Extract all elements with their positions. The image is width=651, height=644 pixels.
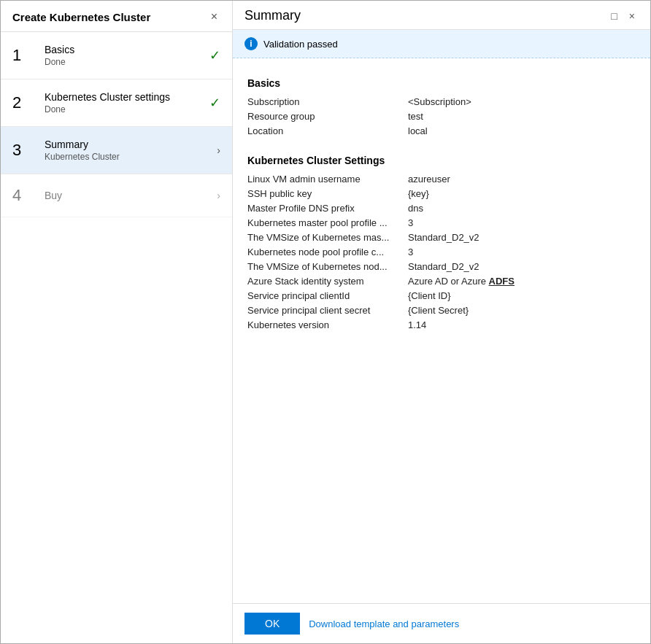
k8s-value-2: dns [408,203,423,214]
k8s-value-9: {Client Secret} [408,305,469,316]
k8s-value-8: {Client ID} [408,290,451,301]
k8s-value-1: {key} [408,188,429,199]
right-close-button[interactable]: × [625,9,639,23]
maximize-button[interactable]: □ [607,9,620,23]
k8s-label-5: Kubernetes node pool profile c... [247,247,408,257]
basics-value-0: <Subscription> [408,96,471,107]
ok-button[interactable]: OK [244,613,300,635]
step-item-4: 4Buy› [1,174,232,217]
steps-list: 1BasicsDone✓2Kubernetes Cluster settings… [1,32,232,643]
k8s-row-9: Service principal client secret{Client S… [247,305,636,316]
k8s-row-3: Kubernetes master pool profile ...3 [247,217,636,228]
k8s-row-5: Kubernetes node pool profile c...3 [247,247,636,257]
k8s-row-0: Linux VM admin usernameazureuser [247,174,636,185]
k8s-label-6: The VMSize of Kubernetes nod... [247,261,408,272]
k8s-rows: Linux VM admin usernameazureuserSSH publ… [247,174,636,330]
basics-row-0: Subscription<Subscription> [247,96,636,107]
step-item-3[interactable]: 3SummaryKubernetes Cluster› [1,127,232,174]
step-info-4: Buy [45,190,211,201]
basics-heading: Basics [247,77,636,89]
step-number-4: 4 [12,186,36,205]
k8s-label-4: The VMSize of Kubernetes mas... [247,232,408,243]
summary-content: Basics Subscription<Subscription>Resourc… [233,58,650,603]
info-icon: i [244,37,258,50]
step-item-2[interactable]: 2Kubernetes Cluster settingsDone✓ [1,79,232,127]
k8s-label-7: Azure Stack identity system [247,276,408,287]
download-link[interactable]: Download template and parameters [309,618,459,629]
step-name-4: Buy [45,190,211,201]
k8s-value-3: 3 [408,217,413,228]
dialog-close-button[interactable]: × [208,9,220,24]
footer: OK Download template and parameters [233,603,650,643]
k8s-row-8: Service principal clientId{Client ID} [247,290,636,301]
left-header: Create Kubernetes Cluster × [1,1,232,32]
k8s-row-10: Kubernetes version1.14 [247,319,636,330]
k8s-value-6: Standard_D2_v2 [408,261,479,272]
k8s-label-2: Master Profile DNS prefix [247,203,408,214]
step-number-1: 1 [12,46,36,65]
k8s-value-7: Azure AD or Azure ADFS [408,276,515,287]
step-checkmark-1: ✓ [209,47,220,63]
step-info-3: SummaryKubernetes Cluster [45,139,211,162]
basics-value-2: local [408,125,428,136]
basics-row-1: Resource grouptest [247,111,636,122]
k8s-heading: Kubernetes Cluster Settings [247,155,636,166]
k8s-label-3: Kubernetes master pool profile ... [247,217,408,228]
k8s-label-9: Service principal client secret [247,305,408,316]
k8s-row-7: Azure Stack identity systemAzure AD or A… [247,276,636,287]
basics-label-0: Subscription [247,96,408,107]
basics-label-2: Location [247,125,408,136]
basics-value-1: test [408,111,423,122]
step-info-1: BasicsDone [45,44,204,67]
k8s-value-0: azureuser [408,174,450,185]
k8s-row-2: Master Profile DNS prefixdns [247,203,636,214]
step-info-2: Kubernetes Cluster settingsDone [45,91,204,115]
step-name-1: Basics [45,44,204,55]
step-name-3: Summary [45,139,211,150]
right-header: Summary □ × [233,1,650,30]
validation-text: Validation passed [263,39,338,50]
k8s-row-4: The VMSize of Kubernetes mas...Standard_… [247,232,636,243]
step-sub-3: Kubernetes Cluster [45,152,211,162]
k8s-label-8: Service principal clientId [247,290,408,301]
validation-bar: i Validation passed [233,30,650,58]
right-panel: Summary □ × i Validation passed Basics S… [233,1,650,643]
basics-label-1: Resource group [247,111,408,122]
step-checkmark-2: ✓ [209,95,220,111]
step-name-2: Kubernetes Cluster settings [45,91,204,103]
basics-rows: Subscription<Subscription>Resource group… [247,96,636,136]
step-sub-1: Done [45,57,204,67]
step-chevron-3: › [217,144,220,156]
step-item-1[interactable]: 1BasicsDone✓ [1,32,232,79]
right-panel-title: Summary [244,8,301,23]
header-buttons: □ × [607,9,639,23]
k8s-label-10: Kubernetes version [247,319,408,330]
basics-row-2: Locationlocal [247,125,636,136]
k8s-value-4: Standard_D2_v2 [408,232,479,243]
left-panel: Create Kubernetes Cluster × 1BasicsDone✓… [1,1,233,643]
k8s-label-0: Linux VM admin username [247,174,408,185]
k8s-value-5: 3 [408,247,413,257]
k8s-row-1: SSH public key{key} [247,188,636,199]
k8s-label-1: SSH public key [247,188,408,199]
k8s-value-10: 1.14 [408,319,426,330]
k8s-row-6: The VMSize of Kubernetes nod...Standard_… [247,261,636,272]
step-number-3: 3 [12,141,36,160]
step-sub-2: Done [45,104,204,115]
dialog-title: Create Kubernetes Cluster [12,11,150,23]
step-number-2: 2 [12,93,36,112]
step-chevron-4: › [217,190,220,201]
